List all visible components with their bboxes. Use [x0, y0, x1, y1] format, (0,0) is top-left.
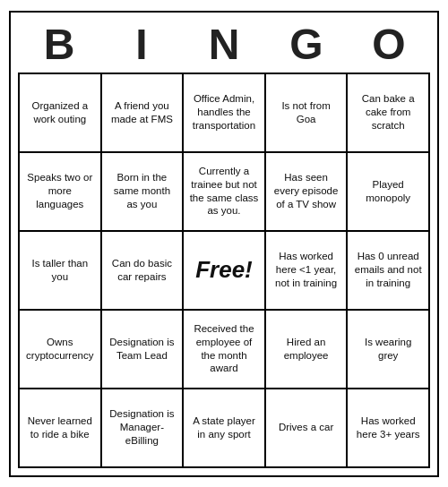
bingo-cell-22[interactable]: A state player in any sport — [184, 389, 266, 468]
letter-n: N — [185, 20, 263, 69]
bingo-cell-1[interactable]: A friend you made at FMS — [102, 74, 185, 153]
bingo-cell-23[interactable]: Drives a car — [266, 389, 349, 468]
bingo-cell-18[interactable]: Hired an employee — [266, 311, 349, 389]
bingo-cell-13[interactable]: Has worked here <1 year, not in training — [266, 232, 349, 311]
bingo-cell-6[interactable]: Born in the same month as you — [102, 153, 185, 232]
bingo-grid: Organized a work outingA friend you made… — [18, 73, 430, 468]
bingo-cell-2[interactable]: Office Admin, handles the transportation — [184, 74, 266, 153]
bingo-header: B I N G O — [18, 20, 430, 69]
letter-b: B — [20, 20, 99, 69]
bingo-cell-0[interactable]: Organized a work outing — [20, 74, 102, 153]
bingo-cell-3[interactable]: Is not from Goa — [266, 74, 349, 153]
bingo-cell-9[interactable]: Played monopoly — [348, 153, 430, 232]
bingo-cell-4[interactable]: Can bake a cake from scratch — [348, 74, 430, 153]
bingo-cell-14[interactable]: Has 0 unread emails and not in training — [348, 232, 430, 311]
bingo-cell-10[interactable]: Is taller than you — [20, 232, 102, 311]
bingo-card: B I N G O Organized a work outingA frien… — [9, 11, 439, 477]
bingo-cell-5[interactable]: Speaks two or more languages — [20, 153, 102, 232]
bingo-cell-20[interactable]: Never learned to ride a bike — [20, 389, 102, 468]
bingo-cell-24[interactable]: Has worked here 3+ years — [348, 389, 430, 468]
letter-o: O — [349, 20, 428, 69]
bingo-cell-15[interactable]: Owns cryptocurrency — [20, 311, 102, 389]
bingo-cell-21[interactable]: Designation is Manager-eBilling — [102, 389, 185, 468]
bingo-cell-12[interactable]: Free! — [184, 232, 266, 311]
bingo-cell-16[interactable]: Designation is Team Lead — [102, 311, 185, 389]
bingo-cell-7[interactable]: Currently a trainee but not the same cla… — [184, 153, 266, 232]
bingo-cell-11[interactable]: Can do basic car repairs — [102, 232, 185, 311]
bingo-cell-17[interactable]: Received the employee of the month award — [184, 311, 266, 389]
bingo-cell-8[interactable]: Has seen every episode of a TV show — [266, 153, 349, 232]
letter-i: I — [102, 20, 181, 69]
bingo-cell-19[interactable]: Is wearing grey — [348, 311, 430, 389]
letter-g: G — [267, 20, 346, 69]
